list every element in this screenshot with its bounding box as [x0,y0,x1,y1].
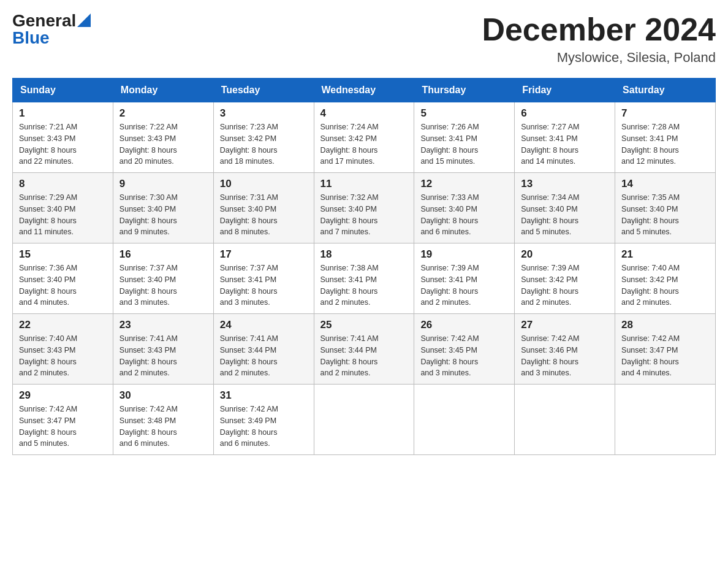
page-header: General Blue December 2024 Myslowice, Si… [12,12,716,66]
day-info: Sunrise: 7:21 AMSunset: 3:43 PMDaylight:… [19,121,107,167]
day-number: 20 [521,248,609,261]
title-section: December 2024 Myslowice, Silesia, Poland [482,12,716,66]
day-info: Sunrise: 7:37 AMSunset: 3:40 PMDaylight:… [119,262,207,308]
calendar-day-header: Thursday [414,79,515,102]
day-number: 17 [220,248,308,261]
calendar-week-row: 1Sunrise: 7:21 AMSunset: 3:43 PMDaylight… [13,102,716,173]
calendar-day-cell: 4Sunrise: 7:24 AMSunset: 3:42 PMDaylight… [314,102,414,173]
day-info: Sunrise: 7:42 AMSunset: 3:49 PMDaylight:… [220,404,308,450]
day-number: 31 [220,389,308,402]
day-number: 23 [119,319,207,331]
svg-marker-0 [77,13,91,27]
calendar-day-cell [515,385,615,455]
day-number: 2 [119,107,207,120]
calendar-day-cell: 3Sunrise: 7:23 AMSunset: 3:42 PMDaylight… [213,102,314,173]
day-info: Sunrise: 7:41 AMSunset: 3:44 PMDaylight:… [220,333,308,379]
day-number: 30 [119,389,207,402]
day-info: Sunrise: 7:26 AMSunset: 3:41 PMDaylight:… [420,121,508,167]
day-number: 11 [320,178,408,190]
day-number: 3 [220,107,308,120]
calendar-week-row: 15Sunrise: 7:36 AMSunset: 3:40 PMDayligh… [13,243,716,314]
day-number: 24 [220,319,308,331]
calendar-day-cell: 19Sunrise: 7:39 AMSunset: 3:41 PMDayligh… [414,243,515,314]
day-info: Sunrise: 7:40 AMSunset: 3:43 PMDaylight:… [19,333,107,379]
calendar-day-cell: 27Sunrise: 7:42 AMSunset: 3:46 PMDayligh… [515,314,615,385]
calendar-day-cell: 21Sunrise: 7:40 AMSunset: 3:42 PMDayligh… [615,243,716,314]
calendar-week-row: 29Sunrise: 7:42 AMSunset: 3:47 PMDayligh… [13,385,716,455]
calendar-day-cell: 20Sunrise: 7:39 AMSunset: 3:42 PMDayligh… [515,243,615,314]
calendar-week-row: 8Sunrise: 7:29 AMSunset: 3:40 PMDaylight… [13,173,716,243]
calendar-day-cell: 14Sunrise: 7:35 AMSunset: 3:40 PMDayligh… [615,173,716,243]
day-number: 18 [320,248,408,261]
day-number: 5 [420,107,508,120]
day-info: Sunrise: 7:42 AMSunset: 3:47 PMDaylight:… [621,333,709,379]
calendar-day-cell: 1Sunrise: 7:21 AMSunset: 3:43 PMDaylight… [13,102,113,173]
calendar-day-cell: 16Sunrise: 7:37 AMSunset: 3:40 PMDayligh… [113,243,213,314]
calendar-day-cell: 23Sunrise: 7:41 AMSunset: 3:43 PMDayligh… [113,314,213,385]
calendar-day-header: Saturday [615,79,716,102]
day-number: 10 [220,178,308,190]
day-info: Sunrise: 7:33 AMSunset: 3:40 PMDaylight:… [420,192,508,238]
month-year-title: December 2024 [482,12,716,47]
day-info: Sunrise: 7:28 AMSunset: 3:41 PMDaylight:… [621,121,709,167]
day-number: 15 [19,248,107,261]
day-number: 16 [119,248,207,261]
day-number: 19 [420,248,508,261]
calendar-day-cell: 7Sunrise: 7:28 AMSunset: 3:41 PMDaylight… [615,102,716,173]
calendar-day-cell: 18Sunrise: 7:38 AMSunset: 3:41 PMDayligh… [314,243,414,314]
calendar-day-cell [414,385,515,455]
day-info: Sunrise: 7:24 AMSunset: 3:42 PMDaylight:… [320,121,408,167]
calendar-day-cell: 13Sunrise: 7:34 AMSunset: 3:40 PMDayligh… [515,173,615,243]
day-info: Sunrise: 7:38 AMSunset: 3:41 PMDaylight:… [320,262,408,308]
calendar-day-cell: 24Sunrise: 7:41 AMSunset: 3:44 PMDayligh… [213,314,314,385]
day-info: Sunrise: 7:42 AMSunset: 3:45 PMDaylight:… [420,333,508,379]
day-number: 25 [320,319,408,331]
calendar-day-cell: 28Sunrise: 7:42 AMSunset: 3:47 PMDayligh… [615,314,716,385]
day-info: Sunrise: 7:37 AMSunset: 3:41 PMDaylight:… [220,262,308,308]
day-number: 26 [420,319,508,331]
calendar-day-cell [314,385,414,455]
calendar-day-cell [615,385,716,455]
day-info: Sunrise: 7:23 AMSunset: 3:42 PMDaylight:… [220,121,308,167]
calendar-day-cell: 30Sunrise: 7:42 AMSunset: 3:48 PMDayligh… [113,385,213,455]
day-info: Sunrise: 7:41 AMSunset: 3:43 PMDaylight:… [119,333,207,379]
day-number: 14 [621,178,709,190]
day-number: 22 [19,319,107,331]
calendar-day-cell: 11Sunrise: 7:32 AMSunset: 3:40 PMDayligh… [314,173,414,243]
calendar-day-cell: 29Sunrise: 7:42 AMSunset: 3:47 PMDayligh… [13,385,113,455]
logo-blue-text: Blue [12,29,50,47]
day-number: 6 [521,107,609,120]
calendar-day-cell: 2Sunrise: 7:22 AMSunset: 3:43 PMDaylight… [113,102,213,173]
logo-general-text: General [12,12,76,29]
day-info: Sunrise: 7:41 AMSunset: 3:44 PMDaylight:… [320,333,408,379]
calendar-day-header: Monday [113,79,213,102]
day-number: 28 [621,319,709,331]
day-info: Sunrise: 7:39 AMSunset: 3:41 PMDaylight:… [420,262,508,308]
calendar-day-cell: 17Sunrise: 7:37 AMSunset: 3:41 PMDayligh… [213,243,314,314]
day-info: Sunrise: 7:32 AMSunset: 3:40 PMDaylight:… [320,192,408,238]
calendar-day-cell: 6Sunrise: 7:27 AMSunset: 3:41 PMDaylight… [515,102,615,173]
day-number: 21 [621,248,709,261]
calendar-week-row: 22Sunrise: 7:40 AMSunset: 3:43 PMDayligh… [13,314,716,385]
day-number: 12 [420,178,508,190]
day-info: Sunrise: 7:34 AMSunset: 3:40 PMDaylight:… [521,192,609,238]
day-info: Sunrise: 7:42 AMSunset: 3:46 PMDaylight:… [521,333,609,379]
logo-arrow-icon [77,13,91,27]
day-number: 29 [19,389,107,402]
calendar-day-header: Sunday [13,79,113,102]
day-number: 9 [119,178,207,190]
calendar-day-header: Friday [515,79,615,102]
day-info: Sunrise: 7:22 AMSunset: 3:43 PMDaylight:… [119,121,207,167]
calendar-day-cell: 15Sunrise: 7:36 AMSunset: 3:40 PMDayligh… [13,243,113,314]
calendar-day-cell: 12Sunrise: 7:33 AMSunset: 3:40 PMDayligh… [414,173,515,243]
day-info: Sunrise: 7:35 AMSunset: 3:40 PMDaylight:… [621,192,709,238]
calendar-day-cell: 10Sunrise: 7:31 AMSunset: 3:40 PMDayligh… [213,173,314,243]
logo: General Blue [12,12,91,47]
day-info: Sunrise: 7:29 AMSunset: 3:40 PMDaylight:… [19,192,107,238]
day-info: Sunrise: 7:42 AMSunset: 3:47 PMDaylight:… [19,404,107,450]
calendar-day-cell: 9Sunrise: 7:30 AMSunset: 3:40 PMDaylight… [113,173,213,243]
day-info: Sunrise: 7:36 AMSunset: 3:40 PMDaylight:… [19,262,107,308]
calendar-day-cell: 22Sunrise: 7:40 AMSunset: 3:43 PMDayligh… [13,314,113,385]
calendar-day-header: Wednesday [314,79,414,102]
calendar-day-header: Tuesday [213,79,314,102]
